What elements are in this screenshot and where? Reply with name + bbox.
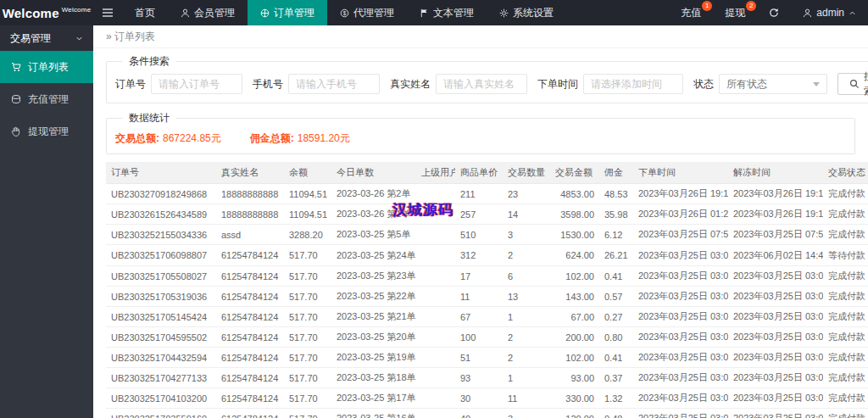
cell-status: 完成付款: [823, 368, 868, 388]
nav-item-agents[interactable]: $代理管理: [327, 0, 407, 25]
stats-panel-legend: 数据统计: [122, 111, 176, 125]
cell-order-time: 2023年03月25日 07:55:03: [633, 225, 728, 245]
cell-amount: 624.00: [550, 245, 599, 266]
table-header-row: 订单号真实姓名余额今日单数上级用户商品单价交易数量交易金额佣金下单时间解冻时间交…: [106, 162, 868, 184]
cell-order-time: 2023年03月25日 03:04:10: [633, 388, 728, 409]
stat-transaction-total: 交易总额:867224.85元: [115, 131, 221, 146]
cell-today-orders: 2023-03-26 第2单: [331, 184, 416, 204]
cell-unit-price: 93: [455, 368, 503, 388]
sidebar-item-recharge-management[interactable]: 充值管理: [0, 83, 93, 115]
column-header: 商品单价: [455, 162, 503, 184]
stat-transaction-total-label: 交易总额:: [115, 132, 159, 144]
cell-commission: 26.21: [599, 245, 633, 266]
cell-quantity: 2: [503, 245, 550, 266]
cell-commission: 0.80: [599, 327, 633, 348]
cell-unfreeze-time: 2023年03月25日 03:05:21: [728, 307, 823, 327]
cell-amount: 93.00: [550, 368, 599, 388]
cell-status: 完成付款: [823, 204, 868, 225]
nav-item-label: 订单管理: [274, 6, 314, 20]
table-row: UB230325170427713361254784124517.702023-…: [106, 368, 868, 388]
cell-order-no: UB2303251704595502: [106, 327, 216, 348]
refresh-page-button[interactable]: [757, 0, 791, 25]
sidebar-group-label: 交易管理: [10, 31, 51, 46]
real-name-label: 真实姓名: [390, 77, 431, 92]
cell-quantity: 13: [503, 287, 550, 307]
cell-parent-user: [416, 266, 455, 287]
cell-unfreeze-time: 2023年03月25日 03:04:02: [728, 409, 823, 418]
cell-real-name: 61254784124: [216, 245, 284, 266]
cell-commission: 0.41: [599, 348, 633, 368]
dollar-icon: $: [340, 8, 349, 18]
cell-order-time: 2023年03月25日 03:04:27: [633, 368, 728, 388]
cell-status: 完成付款: [823, 287, 868, 307]
cell-status: 完成付款: [823, 409, 868, 418]
nav-item-orders[interactable]: 订单管理: [248, 0, 327, 25]
cell-parent-user: [416, 307, 455, 327]
breadcrumb-label: 订单列表: [114, 31, 155, 42]
column-header: 佣金: [599, 162, 633, 184]
nav-item-home[interactable]: 首页: [122, 0, 168, 25]
cell-amount: 1530.00: [550, 225, 599, 245]
nav-item-label: 代理管理: [353, 6, 394, 20]
cell-order-no: UB2303251703559160: [106, 409, 216, 418]
cell-order-time: 2023年03月25日 03:05:31: [633, 287, 728, 307]
cell-parent-user: [416, 409, 455, 418]
cell-unit-price: 312: [455, 245, 503, 266]
cell-today-orders: 2023-03-25 第21单: [331, 307, 416, 327]
search-button[interactable]: 搜 索: [837, 73, 868, 95]
table-row: UB230325170355916061254784124517.702023-…: [106, 409, 868, 418]
globe-icon: [260, 8, 270, 18]
hamburger-icon: [102, 8, 114, 18]
cell-order-time: 2023年03月26日 01:26:43: [633, 204, 728, 225]
cell-amount: 102.00: [550, 266, 599, 287]
cell-today-orders: 2023-03-25 第24单: [331, 245, 416, 266]
cell-commission: 35.98: [599, 204, 633, 225]
nav-item-withdraw[interactable]: 提现 2: [713, 0, 757, 25]
order-time-input[interactable]: [583, 74, 683, 94]
cell-today-orders: 2023-03-25 第19单: [331, 348, 416, 368]
cell-unfreeze-time: 2023年03月25日 03:04:33: [728, 368, 823, 388]
order-no-input[interactable]: [151, 74, 242, 94]
real-name-input[interactable]: [436, 74, 527, 94]
table-row: UB230325170550802761254784124517.702023-…: [106, 266, 868, 287]
nav-item-recharge[interactable]: 充值 1: [669, 0, 713, 25]
cell-balance: 11094.51: [284, 184, 331, 204]
sidebar-toggle[interactable]: [93, 0, 122, 25]
top-navbar: Welcome Welcome 首页会员管理订单管理$代理管理文本管理系统设置 …: [0, 0, 868, 25]
cell-unfreeze-time: 2023年03月25日 03:04:17: [728, 388, 823, 409]
admin-dropdown[interactable]: admin: [791, 0, 868, 25]
column-header: 今日单数: [331, 162, 416, 184]
nav-item-label: 文本管理: [433, 6, 474, 20]
nav-item-texts[interactable]: 文本管理: [407, 0, 487, 25]
recharge-label: 充值: [681, 6, 701, 20]
cell-quantity: 3: [503, 225, 550, 245]
cell-unfreeze-time: 2023年03月25日 03:04:50: [728, 348, 823, 368]
cell-real-name: 18888888888: [216, 184, 284, 204]
cell-unit-price: 67: [455, 307, 503, 327]
cell-today-orders: 2023-03-25 第17单: [331, 388, 416, 409]
sidebar-group-trade[interactable]: 交易管理: [0, 25, 93, 51]
cell-status: 完成付款: [823, 348, 868, 368]
cell-commission: 0.57: [599, 287, 633, 307]
cell-order-time: 2023年03月26日 19:18:24: [633, 184, 728, 204]
cell-commission: 6.12: [599, 225, 633, 245]
phone-input[interactable]: [288, 74, 380, 94]
stats-panel: 数据统计 交易总额:867224.85元 佣金总额:18591.20元: [106, 111, 855, 154]
status-select[interactable]: 所有状态: [719, 74, 827, 94]
sidebar-item-order-list[interactable]: 订单列表: [0, 51, 93, 83]
svg-text:$: $: [343, 9, 347, 15]
nav-item-settings[interactable]: 系统设置: [487, 0, 566, 25]
column-header: 交易数量: [503, 162, 550, 184]
nav-item-members[interactable]: 会员管理: [168, 0, 248, 25]
cell-status: 完成付款: [823, 388, 868, 409]
sidebar-item-withdraw-management[interactable]: 提现管理: [0, 115, 93, 148]
cell-unit-price: 30: [455, 388, 503, 409]
cell-real-name: 61254784124: [216, 388, 284, 409]
withdraw-badge: 2: [746, 1, 756, 11]
cell-unfreeze-time: 2023年03月25日 07:55:16: [728, 225, 823, 245]
status-field: 状态 所有状态: [693, 74, 827, 94]
table-row: UB230325170531903661254784124517.702023-…: [106, 287, 868, 307]
nav-item-label: 系统设置: [513, 6, 554, 20]
cell-status: 完成付款: [823, 266, 868, 287]
field-phone: 手机号: [253, 74, 380, 94]
